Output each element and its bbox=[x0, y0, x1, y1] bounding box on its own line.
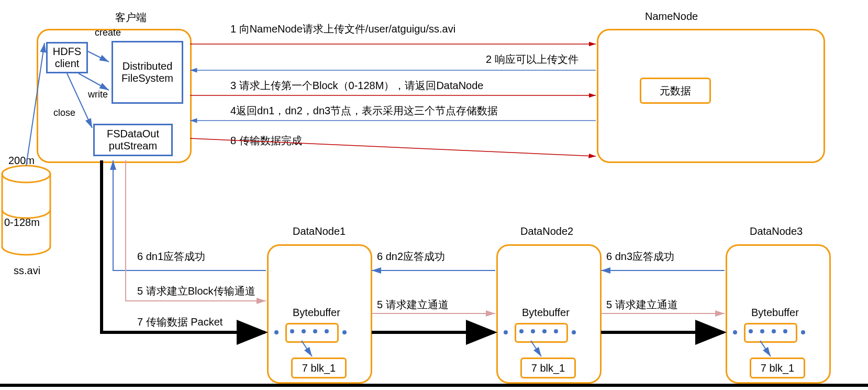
file-name-label: ss.avi bbox=[14, 265, 40, 277]
step-7-label: 7 传输数据 Packet bbox=[137, 315, 222, 329]
dn3-title: DataNode3 bbox=[750, 225, 803, 237]
file-size-label: 200m bbox=[8, 155, 35, 167]
distributed-fs-label: Distributed FileSystem bbox=[115, 60, 180, 84]
dn1-title: DataNode1 bbox=[293, 225, 346, 237]
dn1-buffer-box bbox=[285, 323, 339, 343]
dn3-buffer-box bbox=[744, 323, 797, 343]
step-2-label: 2 响应可以上传文件 bbox=[486, 52, 578, 67]
step-3-label: 3 请求上传第一个Block（0-128M），请返回DataNode bbox=[230, 79, 483, 93]
file-block-label: 0-128m bbox=[4, 216, 40, 229]
step-1-label: 1 向NameNode请求上传文件/user/atguigu/ss.avi bbox=[230, 22, 455, 36]
namenode-title: NameNode bbox=[645, 10, 698, 23]
dn1-blk-label: 7 blk_1 bbox=[302, 362, 336, 374]
client-title: 客户端 bbox=[115, 10, 147, 25]
step-6c-label: 6 dn3应答成功 bbox=[606, 250, 674, 264]
step-4-label: 4返回dn1，dn2，dn3节点，表示采用这三个节点存储数据 bbox=[230, 104, 498, 118]
dn1-blk-box: 7 blk_1 bbox=[291, 358, 347, 378]
create-label: create bbox=[95, 27, 121, 38]
metadata-box: 元数据 bbox=[640, 78, 711, 104]
dn2-bytebuffer-label: Bytebuffer bbox=[522, 307, 570, 319]
dn2-buffer-box bbox=[515, 323, 568, 343]
dn2-title: DataNode2 bbox=[520, 225, 573, 237]
step-7-arrow bbox=[102, 160, 265, 332]
fs-output-stream-box: FSDataOut putStream bbox=[93, 124, 173, 156]
dn1-bytebuffer-label: Bytebuffer bbox=[293, 307, 340, 319]
svg-point-0 bbox=[2, 166, 50, 182]
step-6a-label: 6 dn1应答成功 bbox=[137, 250, 205, 264]
dn2-blk-label: 7 blk_1 bbox=[531, 362, 565, 374]
file-cylinder-icon bbox=[2, 166, 50, 255]
step-6b-label: 6 dn2应答成功 bbox=[377, 250, 445, 264]
hdfs-client-box: HDFS client bbox=[46, 42, 88, 73]
hdfs-client-label: HDFS client bbox=[53, 46, 81, 70]
step-5a-label: 5 请求建立Block传输通道 bbox=[137, 284, 255, 298]
distributed-fs-box: Distributed FileSystem bbox=[112, 41, 183, 104]
fs-output-stream-label: FSDataOut putStream bbox=[107, 128, 159, 152]
write-label: write bbox=[88, 89, 108, 100]
step-5b-label: 5 请求建立通道 bbox=[377, 298, 449, 312]
step-5a-arrow bbox=[126, 160, 266, 301]
metadata-label: 元数据 bbox=[660, 84, 691, 98]
step-8-label: 8 传输数据完成 bbox=[230, 134, 302, 148]
dn3-blk-label: 7 blk_1 bbox=[761, 362, 795, 374]
bottom-border bbox=[0, 384, 868, 387]
close-label: close bbox=[53, 107, 75, 118]
dn3-blk-box: 7 blk_1 bbox=[750, 358, 805, 378]
dn2-blk-box: 7 blk_1 bbox=[520, 358, 576, 378]
step-5c-label: 5 请求建立通道 bbox=[606, 298, 678, 312]
namenode-box bbox=[597, 29, 825, 163]
dn3-bytebuffer-label: Bytebuffer bbox=[751, 307, 799, 319]
